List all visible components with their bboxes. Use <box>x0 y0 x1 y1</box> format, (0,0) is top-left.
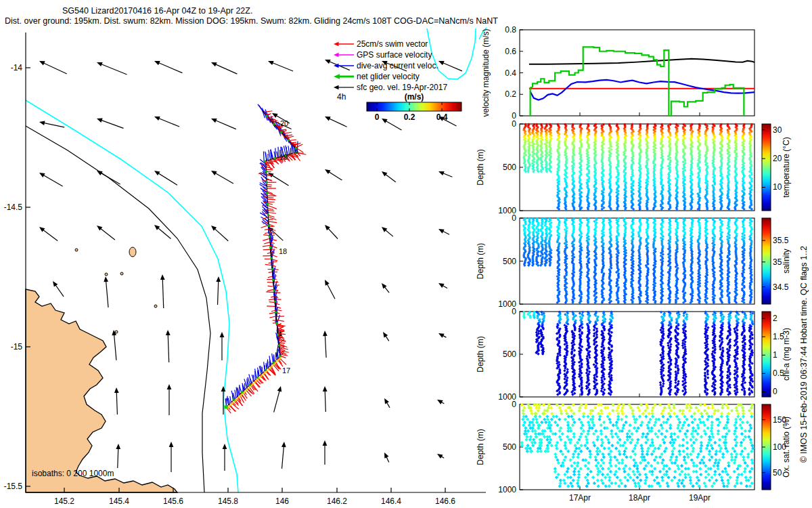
colorbar-tick-label: 10 <box>773 182 782 192</box>
date-tick-label: 17Apr <box>569 493 591 503</box>
map-lon-tick-label: 145.2 <box>54 496 74 506</box>
figure-canvas: 20191817isobaths: 0 200 1000m145.2145.41… <box>0 0 812 508</box>
isobaths-caption: isobaths: 0 200 1000m <box>32 469 114 478</box>
legend-colorbar-title: (m/s) <box>405 92 424 102</box>
colorbar-unit-label: chl-a (mg m-3) <box>782 328 791 381</box>
dive-day-label: 20 <box>280 119 288 127</box>
depth-tick-label: 0 <box>512 213 516 223</box>
colorbar-tick-label: 35.5 <box>773 236 789 245</box>
date-tick-label: 18Apr <box>629 493 650 503</box>
island <box>75 249 78 251</box>
y-axis-label: Depth (m) <box>476 336 485 372</box>
legend-item-label: dive-avg current veloc. <box>357 61 438 70</box>
dive-day-label: 17 <box>282 366 290 375</box>
colorbar-chl: 21.510.50chl-a (mg m-3) <box>762 312 791 397</box>
legend-item-label: net glider velocity <box>357 72 420 81</box>
dive-day-label: 19 <box>279 153 288 161</box>
island <box>129 247 136 257</box>
legend-colorbar-tick: 0.4 <box>436 112 448 122</box>
colorbar-sal: 35.53534.5salinity <box>762 218 791 304</box>
colorbar-tick-label: 2 <box>773 314 777 323</box>
colorbar-unit-label: salinity <box>782 249 791 274</box>
y-axis-label: Depth (m) <box>476 429 485 465</box>
depth-tick-label: 0 <box>512 119 516 129</box>
colorbar-tick-label: 0 <box>773 387 777 396</box>
y-tick-label: 0.4 <box>505 68 516 78</box>
legend-colorbar-tick: 0 <box>375 112 380 122</box>
map-lat-tick-label: -14 <box>11 63 23 72</box>
land-polygon <box>26 289 177 492</box>
date-tick-label: 19Apr <box>689 493 710 503</box>
depth-tick-label: 0 <box>512 307 516 316</box>
y-tick-label: 0.8 <box>505 25 516 35</box>
colorbar-tick-label: 34.5 <box>773 282 789 292</box>
figure-root: SG540 Lizard20170416 16-Apr 04Z to 19-Ap… <box>0 0 812 508</box>
depth-tick-label: 500 <box>503 350 516 359</box>
colorbar-unit-label: Ox. sat. ratio (%) <box>782 417 791 478</box>
island <box>154 305 157 308</box>
map-lon-tick-label: 145.6 <box>163 496 183 506</box>
isobath-1000m-eddy <box>427 28 476 79</box>
panel-chl: 05001000Depth (m)21.510.50chl-a (mg m-3) <box>476 307 791 402</box>
map-lon-tick-label: 146 <box>275 496 289 506</box>
colorbar-tick-label: 30 <box>773 125 782 135</box>
depth-tick-label: 500 <box>503 163 516 172</box>
copyright-note: © IMOS 15-Feb-2019 06:37:44 Hobart time.… <box>799 246 809 463</box>
colorbar-tick-label: 35 <box>773 257 782 267</box>
island <box>120 272 123 275</box>
map-lat-tick-label: -14.5 <box>4 203 23 212</box>
colorbar-ox: 15010050Ox. sat. ratio (%) <box>762 404 791 490</box>
depth-tick-label: 0 <box>512 400 516 409</box>
map-lon-tick-label: 146.2 <box>327 496 347 506</box>
colorbar-tick-label: 50 <box>773 468 782 478</box>
y-tick-label: 0.2 <box>505 89 516 99</box>
map-lon-tick-label: 146.4 <box>381 496 401 506</box>
legend-colorbar-tick: 0.2 <box>404 112 415 122</box>
legend-time-scale: 4h <box>337 92 346 102</box>
panel-ox: 17Apr18Apr19Apr05001000Depth (m)15010050… <box>476 400 791 503</box>
track-start-marker <box>225 406 228 409</box>
panel-sal: 05001000Depth (m)35.53534.5salinity <box>476 213 791 309</box>
panel-temp: 05001000Depth (m)302010temperature (°C) <box>476 119 791 215</box>
figure-title: SG540 Lizard20170416 16-Apr 04Z to 19-Ap… <box>62 6 252 16</box>
legend-item-label: sfc geo. vel. 19-Apr-2017 <box>357 83 447 92</box>
y-axis-label: velocity magnitude (m/s) <box>481 28 491 117</box>
map-lat-tick-label: -15.5 <box>4 482 23 491</box>
map-lat-tick-label: -15 <box>11 342 23 352</box>
colorbar-temp: 302010temperature (°C) <box>762 124 791 211</box>
colorbar-unit-label: temperature (°C) <box>782 137 791 198</box>
map-lon-tick-label: 145.8 <box>218 496 238 506</box>
figure-subtitle: Dist. over ground: 195km. Dist. swum: 82… <box>5 16 498 26</box>
depth-tick-label: 1000 <box>498 485 516 494</box>
legend-colorbar <box>367 102 461 111</box>
glider-track <box>225 104 307 413</box>
island <box>105 273 108 276</box>
map-lon-tick-label: 146.6 <box>435 496 455 506</box>
legend-item-label: GPS surface velocity <box>357 50 432 60</box>
map-legend: 25cm/s swim vectorGPS surface velocitydi… <box>334 39 461 122</box>
map-lon-tick-label: 145.4 <box>109 496 129 506</box>
panel-velocity: 00.20.40.60.8velocity magnitude (m/s) <box>481 25 754 121</box>
depth-tick-label: 500 <box>503 257 516 266</box>
y-axis-label: Depth (m) <box>476 149 485 185</box>
y-axis-label: Depth (m) <box>476 243 485 279</box>
colorbar-tick-label: 1 <box>773 350 777 360</box>
y-tick-label: 0.6 <box>505 47 516 56</box>
legend-item-label: 25cm/s swim vector <box>357 39 428 49</box>
geostrophic-arrow-field <box>39 60 462 472</box>
colorbar-tick-label: 20 <box>773 154 782 163</box>
depth-tick-label: 500 <box>503 442 516 452</box>
dive-day-label: 18 <box>279 247 287 255</box>
timeseries-panels: 00.20.40.60.8velocity magnitude (m/s)050… <box>476 25 791 503</box>
island <box>115 331 118 333</box>
